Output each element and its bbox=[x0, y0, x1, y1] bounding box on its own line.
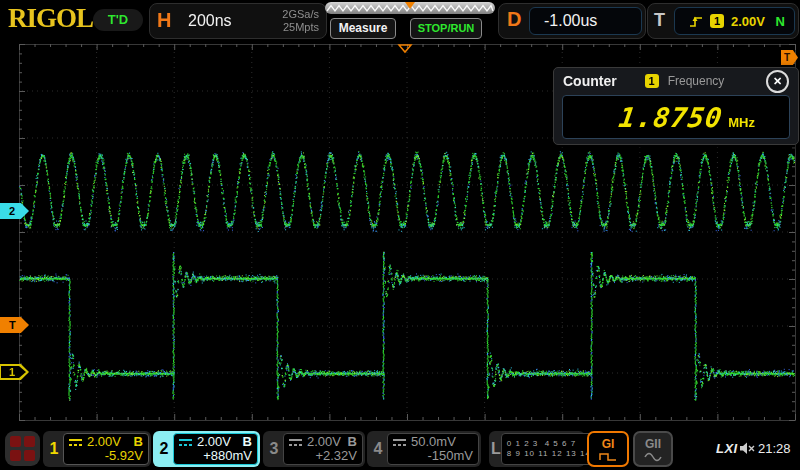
channel4-box[interactable]: 4 50.0mV -150mV bbox=[367, 431, 481, 467]
channel4-info: 50.0mV -150mV bbox=[387, 433, 479, 465]
counter-title: Counter bbox=[563, 73, 617, 89]
delay-label: D bbox=[507, 8, 521, 31]
timebase-value: 200ns bbox=[188, 12, 232, 30]
menu-grid-icon bbox=[10, 436, 35, 461]
bottom-status-bar: 1 2.00V B -5.92V 2 2.00V B +880mV 3 2. bbox=[0, 428, 800, 470]
oscilloscope-screen: RIGOL T'D H 200ns 2GSa/s 25Mpts Measure … bbox=[0, 0, 800, 470]
channel3-number: 3 bbox=[265, 433, 283, 465]
trigger-sweep-mode: N bbox=[776, 14, 785, 29]
horizontal-label: H bbox=[157, 9, 171, 32]
channel3-scale: 2.00V bbox=[307, 435, 341, 449]
clock: 21:28 bbox=[758, 441, 791, 456]
delay-settings-button[interactable]: D -1.00us bbox=[498, 3, 646, 39]
channel1-box[interactable]: 1 2.00V B -5.92V bbox=[43, 431, 151, 467]
delay-value: -1.00us bbox=[529, 7, 642, 35]
trigger-info-box: 1 2.00V N bbox=[674, 7, 795, 35]
top-status-bar: RIGOL T'D H 200ns 2GSa/s 25Mpts Measure … bbox=[0, 0, 800, 42]
rigol-logo: RIGOL bbox=[8, 3, 93, 34]
counter-header: Counter 1 Frequency ✕ bbox=[554, 68, 798, 94]
channel1-info: 2.00V B -5.92V bbox=[63, 433, 149, 465]
channel2-offset: +880mV bbox=[179, 449, 252, 463]
generator2-label: GII bbox=[645, 437, 661, 451]
horizontal-settings-button[interactable]: H 200ns 2GSa/s 25Mpts bbox=[149, 3, 327, 39]
generator2-button[interactable]: GII bbox=[633, 431, 673, 467]
channel3-offset: +2.32V bbox=[289, 449, 357, 463]
channel4-scale: 50.0mV bbox=[411, 435, 456, 449]
channel1-bw-badge: B bbox=[134, 435, 143, 449]
dc-coupling-icon bbox=[69, 438, 82, 447]
menu-button[interactable] bbox=[5, 431, 40, 466]
counter-channel-badge: 1 bbox=[645, 74, 659, 88]
generator1-button[interactable]: GI bbox=[587, 431, 629, 467]
trigger-source-badge: 1 bbox=[710, 14, 724, 28]
logic-analyzer-box[interactable]: L 0 1 2 3 4 5 6 7 8 9 10 11 12 13 14 15 bbox=[489, 431, 585, 467]
trigger-status-badge: T'D bbox=[93, 9, 143, 31]
channel2-box[interactable]: 2 2.00V B +880mV bbox=[153, 431, 260, 467]
ch1-marker-label: 1 bbox=[9, 365, 15, 379]
channel4-number: 4 bbox=[369, 433, 387, 465]
channel3-box[interactable]: 3 2.00V B +2.32V bbox=[263, 431, 365, 467]
rising-edge-icon bbox=[689, 14, 703, 28]
close-icon[interactable]: ✕ bbox=[766, 70, 789, 93]
memory-depth: 25Mpts bbox=[282, 21, 319, 34]
measure-button[interactable]: Measure bbox=[330, 18, 396, 39]
sample-rate: 2GSa/s bbox=[282, 8, 319, 21]
channel1-scale: 2.00V bbox=[87, 435, 121, 449]
sine-wave-icon bbox=[644, 452, 662, 462]
trigger-label: T bbox=[654, 10, 665, 31]
dc-coupling-icon bbox=[179, 438, 192, 447]
channel2-number: 2 bbox=[155, 433, 173, 465]
stop-run-button[interactable]: STOP/RUN bbox=[410, 18, 482, 39]
speaker-muted-icon bbox=[740, 442, 756, 455]
trigger-settings-button[interactable]: T 1 2.00V N bbox=[647, 3, 799, 39]
trigger-level-value: 2.00V bbox=[731, 14, 765, 29]
channel2-bw-badge: B bbox=[243, 435, 252, 449]
lxi-indicator: LXI bbox=[716, 441, 738, 456]
acquisition-info: 2GSa/s 25Mpts bbox=[282, 8, 319, 34]
channel2-scale: 2.00V bbox=[197, 435, 231, 449]
counter-mode-label: Frequency bbox=[668, 74, 725, 88]
logic-label: L bbox=[491, 433, 501, 465]
channel3-bw-badge: B bbox=[348, 435, 357, 449]
dc-coupling-icon bbox=[289, 438, 302, 447]
channel4-offset: -150mV bbox=[393, 449, 473, 463]
dc-coupling-icon bbox=[393, 438, 406, 447]
waveform-record-preview[interactable] bbox=[325, 2, 495, 14]
counter-panel[interactable]: Counter 1 Frequency ✕ 1.8750 MHz bbox=[553, 67, 799, 145]
channel2-info: 2.00V B +880mV bbox=[173, 433, 258, 465]
counter-value-box: 1.8750 MHz bbox=[562, 95, 790, 139]
channel1-number: 1 bbox=[45, 433, 63, 465]
generator1-label: GI bbox=[602, 437, 615, 451]
channel1-offset: -5.92V bbox=[69, 449, 143, 463]
square-wave-icon bbox=[599, 452, 617, 461]
channel3-info: 2.00V B +2.32V bbox=[283, 433, 363, 465]
counter-unit: MHz bbox=[728, 115, 755, 130]
trigger-position-marker-preview bbox=[405, 2, 415, 9]
counter-value: 1.8750 bbox=[617, 102, 725, 133]
